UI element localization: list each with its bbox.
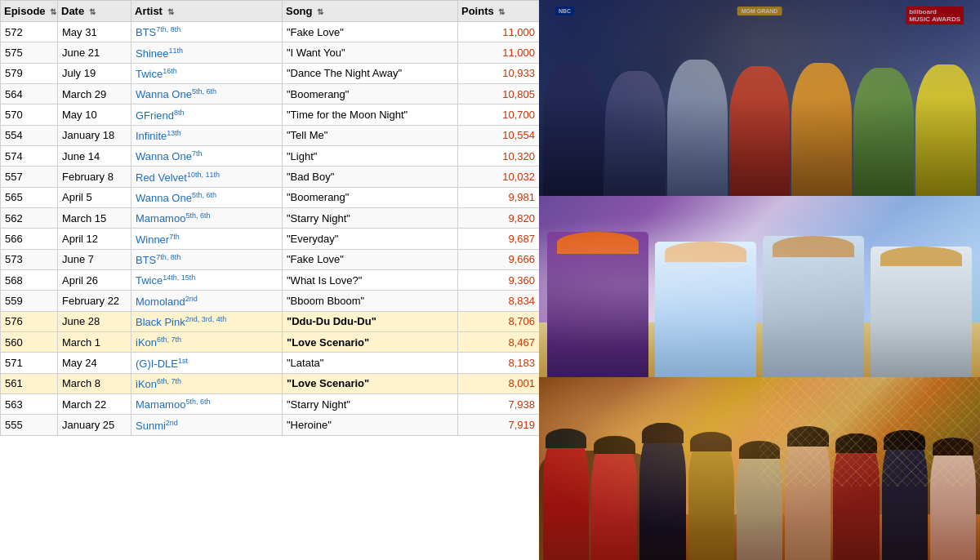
artist-link[interactable]: Twice14th, 15th	[136, 274, 195, 287]
date-cell: March 29	[58, 83, 131, 104]
artist-cell: Mamamoo5th, 6th	[131, 393, 283, 414]
points-header[interactable]: Points ⇅	[458, 1, 540, 22]
points-cell: 8,183	[458, 353, 540, 373]
table-row: 555January 25Sunmi2nd"Heroine"7,919	[1, 415, 540, 435]
date-cell: July 19	[58, 63, 131, 83]
artist-link[interactable]: iKon6th, 7th	[136, 336, 181, 349]
artist-link[interactable]: Mamamoo5th, 6th	[136, 212, 210, 224]
artist-link[interactable]: Red Velvet10th, 11th	[136, 171, 220, 184]
table-row: 561March 8iKon6th, 7th"Love Scenario"8,0…	[1, 373, 540, 393]
artist-link[interactable]: Sunmi2nd	[136, 420, 178, 432]
artist-cell: Sunmi2nd	[131, 415, 283, 435]
episode-cell: 568	[1, 269, 58, 290]
artist-header[interactable]: Artist ⇅	[131, 1, 283, 22]
table-body: 572May 31BTS7th, 8th"Fake Love"11,000575…	[1, 22, 540, 436]
points-cell: 9,666	[458, 249, 540, 269]
date-cell: March 22	[58, 393, 131, 414]
artist-link[interactable]: GFriend8th	[136, 109, 184, 122]
artist-sup: 7th	[169, 232, 180, 240]
artist-cell: Twice16th	[131, 63, 283, 83]
song-cell: "I Want You"	[283, 42, 458, 63]
date-sort-icon[interactable]: ⇅	[89, 7, 96, 16]
date-cell: March 15	[58, 207, 131, 228]
points-sort-icon[interactable]: ⇅	[498, 7, 505, 16]
artist-link[interactable]: Infinite13th	[136, 130, 181, 142]
points-cell: 10,320	[458, 145, 540, 166]
artist-sup: 7th	[192, 149, 203, 158]
artist-sup: 6th, 7th	[157, 377, 181, 385]
date-header[interactable]: Date ⇅	[58, 1, 131, 22]
artist-sup: 5th, 6th	[185, 211, 210, 220]
artist-link[interactable]: Momoland2nd	[136, 296, 198, 308]
girlgroup-image-panel	[539, 377, 980, 560]
table-row: 563March 22Mamamoo5th, 6th"Starry Night"…	[1, 393, 540, 414]
artist-link[interactable]: Black Pink2nd, 3rd, 4th	[136, 316, 226, 328]
artist-link[interactable]: Wanna One7th	[136, 150, 202, 162]
artist-sup: 2nd	[166, 418, 178, 426]
song-cell: "Dance The Night Away"	[283, 63, 458, 83]
song-cell: "Bboom Bboom"	[283, 291, 458, 311]
gg-overlay	[539, 377, 980, 560]
episode-cell: 563	[1, 393, 58, 414]
bts-overlay	[539, 0, 980, 196]
artist-cell: Black Pink2nd, 3rd, 4th	[131, 311, 283, 331]
artist-cell: Shinee11th	[131, 42, 283, 63]
song-sort-icon[interactable]: ⇅	[317, 7, 323, 16]
table-row: 560March 1iKon6th, 7th"Love Scenario"8,4…	[1, 331, 540, 352]
artist-sup: 5th, 6th	[185, 398, 210, 406]
artist-link[interactable]: (G)I-DLE1st	[136, 358, 188, 370]
song-header[interactable]: Song ⇅	[283, 1, 458, 22]
table-row: 575June 21Shinee11th"I Want You"11,000	[1, 42, 540, 63]
artist-link[interactable]: BTS7th, 8th	[136, 26, 180, 38]
points-cell: 10,554	[458, 125, 540, 145]
artist-link[interactable]: iKon6th, 7th	[136, 378, 181, 390]
episode-cell: 557	[1, 167, 58, 187]
episode-sort-icon[interactable]: ⇅	[50, 7, 56, 16]
episode-cell: 561	[1, 373, 58, 393]
artist-sup: 1st	[178, 356, 188, 364]
artist-cell: Twice14th, 15th	[131, 269, 283, 290]
table-row: 564March 29Wanna One5th, 6th"Boomerang"1…	[1, 83, 540, 104]
artist-link[interactable]: Wanna One5th, 6th	[136, 192, 216, 204]
bts-image-panel: NBC billboardMUSIC AWARDS MGM GRAND	[539, 0, 980, 196]
artist-sup: 10th, 11th	[187, 170, 220, 178]
artist-sup: 2nd	[185, 294, 198, 302]
points-cell: 9,820	[458, 207, 540, 228]
episode-header[interactable]: Episode ⇅	[1, 1, 58, 22]
artist-sup: 16th	[163, 67, 177, 75]
artist-cell: Red Velvet10th, 11th	[131, 167, 283, 187]
artist-sup: 7th, 8th	[156, 253, 180, 261]
table-row: 571May 24(G)I-DLE1st"Latata"8,183	[1, 353, 540, 373]
artist-link[interactable]: BTS7th, 8th	[136, 254, 180, 266]
artist-sup: 13th	[167, 129, 181, 137]
gg-hair-9	[933, 438, 974, 456]
artist-cell: Wanna One5th, 6th	[131, 83, 283, 104]
artist-link[interactable]: Twice16th	[136, 68, 177, 80]
table-row: 576June 28Black Pink2nd, 3rd, 4th"Ddu-Du…	[1, 311, 540, 331]
episode-cell: 572	[1, 22, 58, 42]
points-cell: 8,706	[458, 311, 540, 331]
artist-cell: BTS7th, 8th	[131, 22, 283, 42]
artist-cell: BTS7th, 8th	[131, 249, 283, 269]
rankings-table: Episode ⇅ Date ⇅ Artist ⇅ Song ⇅ Points	[0, 0, 539, 436]
date-cell: April 5	[58, 187, 131, 207]
table-row: 570May 10GFriend8th"Time for the Moon Ni…	[1, 104, 540, 125]
artist-cell: Momoland2nd	[131, 291, 283, 311]
artist-sup: 5th, 6th	[192, 191, 216, 199]
artist-cell: (G)I-DLE1st	[131, 353, 283, 373]
song-title-bold: "Love Scenario"	[287, 336, 369, 349]
artist-link[interactable]: Winner7th	[136, 233, 180, 246]
artist-cell: Infinite13th	[131, 125, 283, 145]
artist-sup: 11th	[168, 46, 183, 54]
artist-link[interactable]: Wanna One5th, 6th	[136, 88, 216, 100]
artist-sort-icon[interactable]: ⇅	[167, 7, 174, 16]
artist-link[interactable]: Shinee11th	[136, 47, 183, 60]
song-cell: "Fake Love"	[283, 22, 458, 42]
song-cell: "Love Scenario"	[283, 331, 458, 352]
song-cell: "Fake Love"	[283, 249, 458, 269]
table-header-row: Episode ⇅ Date ⇅ Artist ⇅ Song ⇅ Points	[1, 1, 540, 22]
date-cell: February 8	[58, 167, 131, 187]
episode-cell: 574	[1, 145, 58, 166]
artist-link[interactable]: Mamamoo5th, 6th	[136, 398, 210, 411]
song-cell: "Starry Night"	[283, 207, 458, 228]
